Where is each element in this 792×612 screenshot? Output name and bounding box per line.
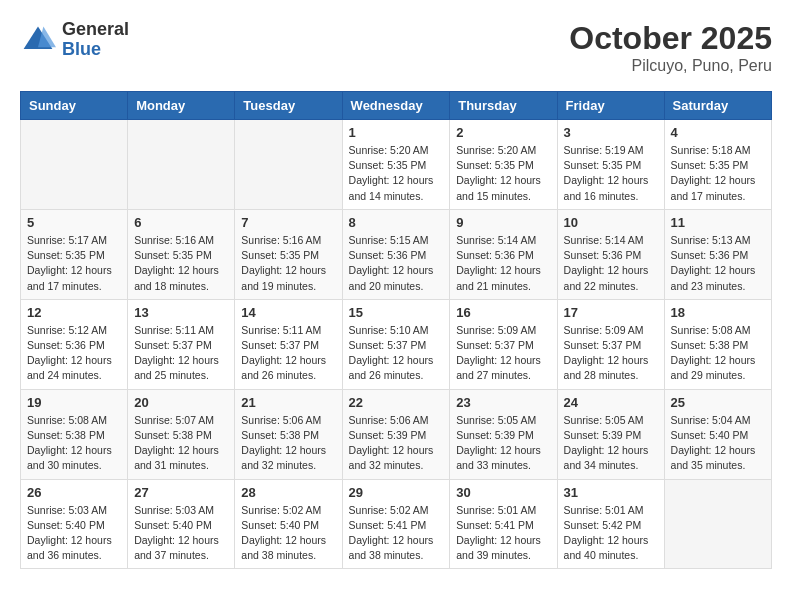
day-info: Sunrise: 5:13 AMSunset: 5:36 PMDaylight:… (671, 234, 756, 292)
day-number: 13 (134, 305, 228, 320)
day-number: 25 (671, 395, 765, 410)
day-info: Sunrise: 5:11 AMSunset: 5:37 PMDaylight:… (134, 324, 219, 382)
day-info: Sunrise: 5:08 AMSunset: 5:38 PMDaylight:… (27, 414, 112, 472)
day-number: 24 (564, 395, 658, 410)
calendar-cell: 15 Sunrise: 5:10 AMSunset: 5:37 PMDaylig… (342, 299, 450, 389)
calendar-cell (21, 120, 128, 210)
calendar-cell: 1 Sunrise: 5:20 AMSunset: 5:35 PMDayligh… (342, 120, 450, 210)
day-number: 7 (241, 215, 335, 230)
logo-text: General Blue (62, 20, 129, 60)
day-number: 3 (564, 125, 658, 140)
calendar-cell: 17 Sunrise: 5:09 AMSunset: 5:37 PMDaylig… (557, 299, 664, 389)
day-number: 21 (241, 395, 335, 410)
day-info: Sunrise: 5:10 AMSunset: 5:37 PMDaylight:… (349, 324, 434, 382)
day-number: 27 (134, 485, 228, 500)
day-number: 28 (241, 485, 335, 500)
location: Pilcuyo, Puno, Peru (569, 57, 772, 75)
day-info: Sunrise: 5:06 AMSunset: 5:39 PMDaylight:… (349, 414, 434, 472)
calendar-cell: 23 Sunrise: 5:05 AMSunset: 5:39 PMDaylig… (450, 389, 557, 479)
calendar-cell: 5 Sunrise: 5:17 AMSunset: 5:35 PMDayligh… (21, 209, 128, 299)
day-info: Sunrise: 5:16 AMSunset: 5:35 PMDaylight:… (241, 234, 326, 292)
calendar-week-row: 5 Sunrise: 5:17 AMSunset: 5:35 PMDayligh… (21, 209, 772, 299)
day-info: Sunrise: 5:05 AMSunset: 5:39 PMDaylight:… (456, 414, 541, 472)
weekday-header: Tuesday (235, 92, 342, 120)
day-info: Sunrise: 5:12 AMSunset: 5:36 PMDaylight:… (27, 324, 112, 382)
month-title: October 2025 (569, 20, 772, 57)
calendar-cell: 14 Sunrise: 5:11 AMSunset: 5:37 PMDaylig… (235, 299, 342, 389)
calendar-cell: 18 Sunrise: 5:08 AMSunset: 5:38 PMDaylig… (664, 299, 771, 389)
day-number: 23 (456, 395, 550, 410)
calendar-cell: 27 Sunrise: 5:03 AMSunset: 5:40 PMDaylig… (128, 479, 235, 569)
day-info: Sunrise: 5:20 AMSunset: 5:35 PMDaylight:… (456, 144, 541, 202)
day-number: 1 (349, 125, 444, 140)
day-number: 31 (564, 485, 658, 500)
day-info: Sunrise: 5:03 AMSunset: 5:40 PMDaylight:… (134, 504, 219, 562)
day-number: 9 (456, 215, 550, 230)
day-info: Sunrise: 5:18 AMSunset: 5:35 PMDaylight:… (671, 144, 756, 202)
calendar-cell: 4 Sunrise: 5:18 AMSunset: 5:35 PMDayligh… (664, 120, 771, 210)
calendar-cell: 10 Sunrise: 5:14 AMSunset: 5:36 PMDaylig… (557, 209, 664, 299)
calendar-cell: 3 Sunrise: 5:19 AMSunset: 5:35 PMDayligh… (557, 120, 664, 210)
day-info: Sunrise: 5:09 AMSunset: 5:37 PMDaylight:… (564, 324, 649, 382)
day-number: 8 (349, 215, 444, 230)
calendar-cell: 21 Sunrise: 5:06 AMSunset: 5:38 PMDaylig… (235, 389, 342, 479)
weekday-header-row: SundayMondayTuesdayWednesdayThursdayFrid… (21, 92, 772, 120)
calendar-cell: 12 Sunrise: 5:12 AMSunset: 5:36 PMDaylig… (21, 299, 128, 389)
calendar-week-row: 19 Sunrise: 5:08 AMSunset: 5:38 PMDaylig… (21, 389, 772, 479)
logo-icon (20, 22, 56, 58)
calendar-cell: 8 Sunrise: 5:15 AMSunset: 5:36 PMDayligh… (342, 209, 450, 299)
day-info: Sunrise: 5:04 AMSunset: 5:40 PMDaylight:… (671, 414, 756, 472)
day-info: Sunrise: 5:01 AMSunset: 5:41 PMDaylight:… (456, 504, 541, 562)
calendar-cell: 31 Sunrise: 5:01 AMSunset: 5:42 PMDaylig… (557, 479, 664, 569)
calendar-cell: 19 Sunrise: 5:08 AMSunset: 5:38 PMDaylig… (21, 389, 128, 479)
day-number: 20 (134, 395, 228, 410)
logo: General Blue (20, 20, 129, 60)
day-number: 30 (456, 485, 550, 500)
weekday-header: Wednesday (342, 92, 450, 120)
day-number: 29 (349, 485, 444, 500)
calendar-cell (128, 120, 235, 210)
calendar-cell: 13 Sunrise: 5:11 AMSunset: 5:37 PMDaylig… (128, 299, 235, 389)
day-info: Sunrise: 5:11 AMSunset: 5:37 PMDaylight:… (241, 324, 326, 382)
calendar-cell: 2 Sunrise: 5:20 AMSunset: 5:35 PMDayligh… (450, 120, 557, 210)
calendar-week-row: 1 Sunrise: 5:20 AMSunset: 5:35 PMDayligh… (21, 120, 772, 210)
calendar-cell: 25 Sunrise: 5:04 AMSunset: 5:40 PMDaylig… (664, 389, 771, 479)
day-number: 2 (456, 125, 550, 140)
weekday-header: Sunday (21, 92, 128, 120)
day-number: 22 (349, 395, 444, 410)
day-info: Sunrise: 5:16 AMSunset: 5:35 PMDaylight:… (134, 234, 219, 292)
calendar-cell: 20 Sunrise: 5:07 AMSunset: 5:38 PMDaylig… (128, 389, 235, 479)
day-number: 14 (241, 305, 335, 320)
calendar-cell (235, 120, 342, 210)
day-info: Sunrise: 5:02 AMSunset: 5:40 PMDaylight:… (241, 504, 326, 562)
calendar-cell: 26 Sunrise: 5:03 AMSunset: 5:40 PMDaylig… (21, 479, 128, 569)
day-info: Sunrise: 5:02 AMSunset: 5:41 PMDaylight:… (349, 504, 434, 562)
day-info: Sunrise: 5:05 AMSunset: 5:39 PMDaylight:… (564, 414, 649, 472)
day-number: 4 (671, 125, 765, 140)
page-header: General Blue October 2025 Pilcuyo, Puno,… (20, 20, 772, 75)
weekday-header: Thursday (450, 92, 557, 120)
day-number: 19 (27, 395, 121, 410)
day-info: Sunrise: 5:17 AMSunset: 5:35 PMDaylight:… (27, 234, 112, 292)
calendar-week-row: 12 Sunrise: 5:12 AMSunset: 5:36 PMDaylig… (21, 299, 772, 389)
day-info: Sunrise: 5:14 AMSunset: 5:36 PMDaylight:… (456, 234, 541, 292)
day-number: 12 (27, 305, 121, 320)
day-number: 15 (349, 305, 444, 320)
title-block: October 2025 Pilcuyo, Puno, Peru (569, 20, 772, 75)
day-info: Sunrise: 5:15 AMSunset: 5:36 PMDaylight:… (349, 234, 434, 292)
day-info: Sunrise: 5:20 AMSunset: 5:35 PMDaylight:… (349, 144, 434, 202)
day-number: 5 (27, 215, 121, 230)
day-number: 17 (564, 305, 658, 320)
calendar-cell: 24 Sunrise: 5:05 AMSunset: 5:39 PMDaylig… (557, 389, 664, 479)
day-number: 18 (671, 305, 765, 320)
calendar-cell (664, 479, 771, 569)
day-info: Sunrise: 5:01 AMSunset: 5:42 PMDaylight:… (564, 504, 649, 562)
day-info: Sunrise: 5:03 AMSunset: 5:40 PMDaylight:… (27, 504, 112, 562)
day-info: Sunrise: 5:07 AMSunset: 5:38 PMDaylight:… (134, 414, 219, 472)
calendar-cell: 7 Sunrise: 5:16 AMSunset: 5:35 PMDayligh… (235, 209, 342, 299)
logo-blue: Blue (62, 40, 129, 60)
calendar-cell: 28 Sunrise: 5:02 AMSunset: 5:40 PMDaylig… (235, 479, 342, 569)
day-number: 10 (564, 215, 658, 230)
day-info: Sunrise: 5:14 AMSunset: 5:36 PMDaylight:… (564, 234, 649, 292)
calendar-cell: 22 Sunrise: 5:06 AMSunset: 5:39 PMDaylig… (342, 389, 450, 479)
